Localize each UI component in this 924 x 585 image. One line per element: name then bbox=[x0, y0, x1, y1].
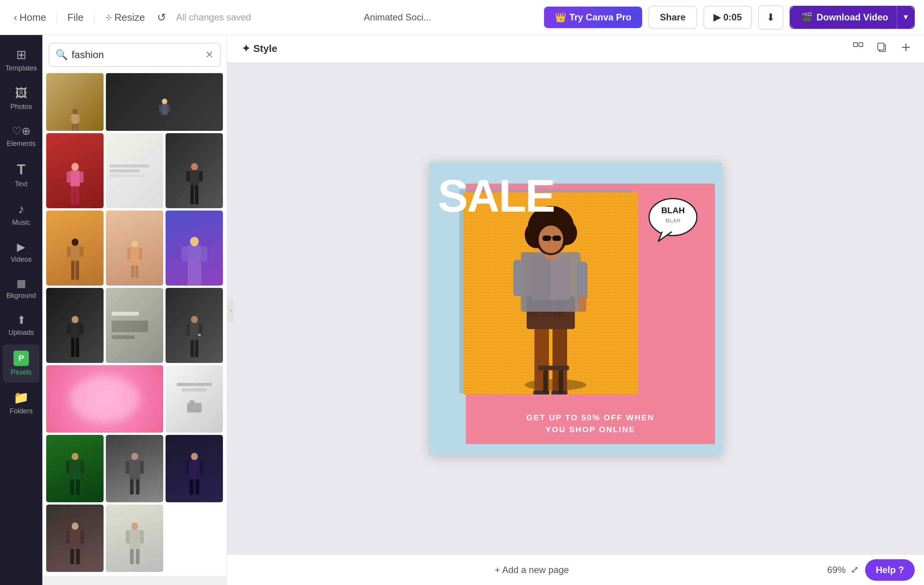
photo-item[interactable] bbox=[46, 365, 163, 433]
templates-icon: ⊞ bbox=[16, 47, 27, 62]
try-pro-button[interactable]: 👑 Try Canva Pro bbox=[544, 7, 642, 28]
pexels-label: Pexels bbox=[11, 368, 32, 376]
sidebar-item-uploads[interactable]: ⬆ Uploads bbox=[3, 308, 40, 343]
style-label: Style bbox=[253, 43, 277, 55]
svg-point-30 bbox=[131, 241, 137, 247]
canvas-area: ✦ Style bbox=[227, 35, 924, 585]
svg-rect-77 bbox=[70, 549, 74, 564]
svg-rect-37 bbox=[187, 245, 201, 285]
photo-item[interactable] bbox=[166, 211, 223, 286]
svg-rect-8 bbox=[159, 105, 161, 112]
photo-item[interactable] bbox=[166, 133, 223, 208]
zoom-controls: 69% ⤢ bbox=[827, 564, 859, 576]
photo-item[interactable] bbox=[46, 288, 104, 363]
svg-point-24 bbox=[72, 239, 79, 246]
svg-rect-32 bbox=[127, 247, 131, 259]
sidebar-item-text[interactable]: T Text bbox=[3, 155, 40, 194]
design-canvas[interactable]: SALE BLAH BLAH GET UP TO 50% OFF WHE bbox=[429, 162, 722, 455]
sidebar-item-background[interactable]: ▦ Bkground bbox=[3, 271, 40, 306]
sidebar-item-videos[interactable]: ▶ Videos bbox=[3, 234, 40, 270]
sidebar-item-photos[interactable]: 🖼 Photos bbox=[3, 80, 40, 117]
divider-2 bbox=[94, 10, 95, 24]
zoom-expand-icon[interactable]: ⤢ bbox=[850, 564, 859, 576]
svg-rect-34 bbox=[131, 266, 134, 278]
svg-rect-62 bbox=[129, 460, 140, 480]
sidebar-item-pexels[interactable]: P Pexels bbox=[3, 344, 40, 383]
svg-rect-7 bbox=[161, 104, 167, 115]
photo-item[interactable] bbox=[106, 505, 163, 572]
svg-rect-2 bbox=[70, 115, 72, 122]
add-icon-button[interactable] bbox=[897, 38, 915, 59]
svg-rect-39 bbox=[201, 246, 207, 262]
sidebar-item-folders[interactable]: 📁 Folders bbox=[3, 384, 40, 421]
sidebar-item-elements[interactable]: ♡⊕ Elements bbox=[3, 119, 40, 154]
svg-point-67 bbox=[191, 453, 198, 460]
photo-item[interactable] bbox=[166, 435, 223, 502]
svg-point-6 bbox=[162, 99, 167, 104]
sidebar-item-templates[interactable]: ⊞ Templates bbox=[3, 41, 40, 79]
folders-label: Folders bbox=[10, 407, 33, 415]
help-label: Help ? bbox=[876, 565, 904, 575]
svg-rect-13 bbox=[70, 170, 80, 186]
photo-item[interactable] bbox=[46, 133, 104, 208]
canvas-scroll[interactable]: SALE BLAH BLAH GET UP TO 50% OFF WHE bbox=[227, 63, 924, 554]
photo-item[interactable] bbox=[106, 211, 163, 286]
resize-button[interactable]: ⊹ Resize bbox=[100, 8, 150, 27]
photo-item[interactable] bbox=[106, 133, 163, 208]
help-button[interactable]: Help ? bbox=[865, 559, 915, 581]
main-layout: ⊞ Templates 🖼 Photos ♡⊕ Elements T Text … bbox=[0, 35, 924, 585]
music-icon: ♪ bbox=[18, 202, 24, 216]
photo-item[interactable] bbox=[106, 288, 163, 363]
topbar-left: ‹ Home File ⊹ Resize ↺ All changes saved bbox=[9, 8, 251, 27]
download-dropdown-arrow[interactable]: ▾ bbox=[897, 7, 914, 28]
left-sidebar: ⊞ Templates 🖼 Photos ♡⊕ Elements T Text … bbox=[0, 35, 42, 585]
photo-item[interactable] bbox=[166, 365, 223, 433]
file-label: File bbox=[67, 12, 84, 23]
resize-label: Resize bbox=[114, 12, 145, 23]
panel-container: 🔍 ✕ bbox=[42, 35, 227, 585]
crown-icon: 👑 bbox=[555, 12, 566, 23]
yellow-box bbox=[463, 192, 638, 394]
svg-rect-26 bbox=[67, 246, 70, 257]
download-icon-button[interactable]: ⬇ bbox=[758, 5, 783, 30]
photo-item[interactable] bbox=[166, 288, 223, 363]
sidebar-item-music[interactable]: ♪ Music bbox=[3, 196, 40, 233]
svg-rect-50 bbox=[190, 340, 194, 357]
style-button[interactable]: ✦ Style bbox=[236, 40, 283, 58]
add-page-button[interactable]: + Add a new page bbox=[236, 558, 827, 582]
uploads-icon: ⬆ bbox=[17, 314, 26, 326]
download-video-button[interactable]: 🎬 Download Video bbox=[790, 7, 899, 28]
video-camera-icon: 🎬 bbox=[801, 12, 813, 23]
svg-rect-60 bbox=[76, 479, 80, 495]
search-input[interactable] bbox=[72, 49, 201, 61]
home-button[interactable]: ‹ Home bbox=[9, 8, 51, 27]
photo-item[interactable] bbox=[46, 435, 104, 502]
svg-rect-119 bbox=[543, 370, 548, 394]
copy-icon-button[interactable] bbox=[873, 38, 891, 59]
svg-rect-113 bbox=[552, 236, 561, 241]
svg-rect-84 bbox=[136, 549, 139, 564]
svg-rect-22 bbox=[190, 186, 194, 205]
download-video-wrap: 🎬 Download Video ▾ bbox=[790, 6, 915, 29]
photo-item[interactable] bbox=[106, 435, 163, 502]
photo-item[interactable] bbox=[106, 73, 223, 131]
svg-rect-29 bbox=[75, 261, 79, 280]
undo-button[interactable]: ↺ bbox=[154, 8, 169, 27]
share-button[interactable]: Share bbox=[648, 6, 697, 29]
panel-collapse-handle[interactable]: ‹ bbox=[227, 299, 234, 322]
project-name[interactable]: Animated Soci... bbox=[364, 12, 431, 23]
svg-rect-23 bbox=[195, 186, 198, 205]
svg-rect-14 bbox=[67, 172, 70, 183]
photo-item[interactable] bbox=[46, 73, 104, 131]
share-label: Share bbox=[660, 12, 686, 22]
svg-rect-41 bbox=[70, 323, 79, 338]
divider-1 bbox=[56, 10, 57, 24]
clear-search-icon[interactable]: ✕ bbox=[205, 49, 214, 61]
photo-item[interactable] bbox=[46, 505, 104, 572]
photo-item[interactable] bbox=[46, 211, 104, 286]
play-button[interactable]: ▶ 0:05 bbox=[703, 6, 752, 29]
frame-icon-button[interactable] bbox=[849, 38, 867, 59]
bottom-bar: + Add a new page 69% ⤢ Help ? bbox=[227, 554, 924, 585]
svg-point-55 bbox=[72, 453, 79, 460]
file-button[interactable]: File bbox=[62, 8, 89, 27]
